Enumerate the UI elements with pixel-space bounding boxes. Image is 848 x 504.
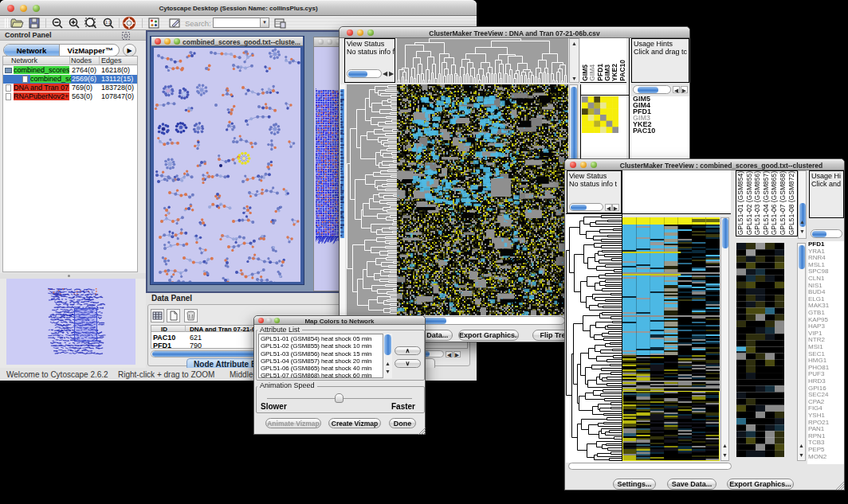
svg-text:1:1: 1:1	[105, 20, 111, 25]
